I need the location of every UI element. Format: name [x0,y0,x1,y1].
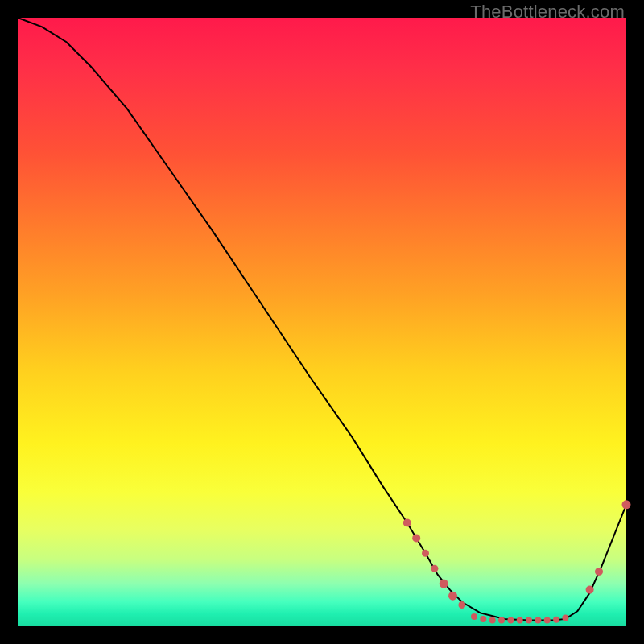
data-marker [458,601,465,609]
data-marker [440,580,448,588]
data-marker [403,519,411,527]
data-marker [448,592,457,601]
data-markers [403,500,631,623]
data-marker [595,568,603,576]
curve-line [18,18,626,620]
data-marker [526,617,532,623]
data-marker [562,614,568,621]
data-marker [553,617,559,623]
data-marker [489,617,496,623]
chart-overlay [18,18,626,626]
data-marker [422,550,429,557]
data-marker [431,565,438,572]
data-marker [544,617,551,623]
data-marker [471,613,477,620]
data-marker [622,500,631,509]
data-marker [517,617,523,623]
data-marker [498,617,505,623]
data-marker [507,617,514,623]
data-marker [586,586,594,594]
data-marker [412,534,420,542]
data-marker [535,617,541,623]
data-marker [480,616,486,622]
